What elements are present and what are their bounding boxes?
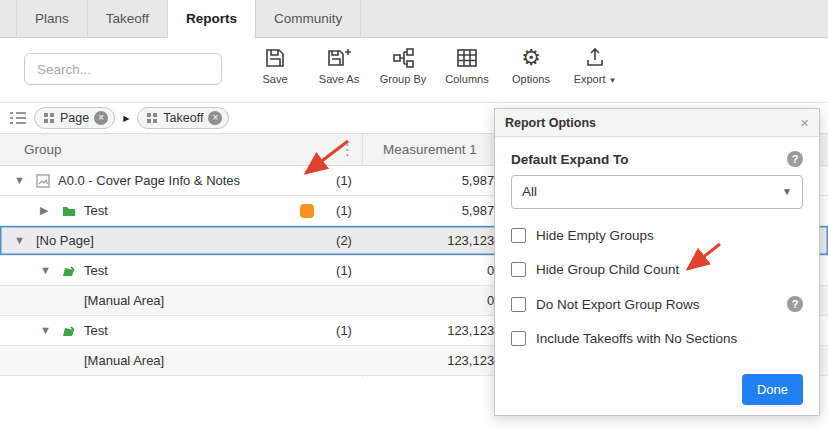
grid-icon: [43, 112, 55, 124]
breadcrumb-arrow-icon: ▶: [123, 114, 129, 123]
page-icon: [36, 174, 50, 188]
row-label: A0.0 - Cover Page Info & Notes: [58, 173, 240, 188]
export-caret-icon: ▼: [608, 76, 616, 85]
export-label: Export▼: [574, 73, 617, 85]
chevron-down-icon[interactable]: ▼: [40, 264, 51, 276]
row-label: Test: [84, 323, 108, 338]
group-chip-takeoff[interactable]: Takeoff ×: [137, 107, 229, 129]
row-label: [Manual Area]: [84, 293, 164, 308]
chevron-right-icon[interactable]: ▶: [40, 204, 48, 217]
search-input[interactable]: [24, 53, 222, 85]
takeoff-folder-icon: [62, 204, 76, 218]
panel-title: Report Options: [505, 116, 596, 130]
group-by-icon: [391, 45, 415, 71]
close-icon[interactable]: ×: [800, 114, 809, 131]
app-window: Plans Takeoff Reports Community Save Sav…: [0, 0, 828, 435]
options-label: Options: [512, 73, 550, 85]
row-child-count: (1): [322, 323, 366, 338]
gear-icon: ⚙: [521, 45, 541, 71]
checkbox-label: Hide Empty Groups: [536, 228, 654, 243]
row-child-count: (1): [322, 173, 366, 188]
help-icon[interactable]: ?: [787, 151, 803, 167]
takeoff-area-icon: [62, 264, 76, 278]
checkbox-label: Hide Group Child Count: [536, 262, 679, 277]
row-label: Test: [84, 203, 108, 218]
checkbox-label: Do Not Export Group Rows: [536, 297, 700, 312]
tab-takeoff[interactable]: Takeoff: [88, 0, 168, 38]
tab-plans[interactable]: Plans: [16, 0, 88, 38]
save-button[interactable]: Save: [250, 45, 300, 97]
export-icon: [583, 45, 607, 71]
row-measurement-value: 0.0: [383, 293, 505, 308]
remove-chip-icon[interactable]: ×: [208, 111, 222, 125]
hide-group-child-count-checkbox[interactable]: [511, 262, 526, 277]
row-measurement-value: 123,123.0: [383, 353, 505, 368]
main-tab-bar: Plans Takeoff Reports Community: [0, 0, 828, 38]
row-measurement-value: 5,987.5: [383, 173, 505, 188]
default-expand-select[interactable]: All ▼: [511, 175, 803, 209]
group-chip-page[interactable]: Page ×: [34, 107, 115, 129]
tab-reports[interactable]: Reports: [168, 0, 256, 39]
include-takeoffs-checkbox[interactable]: [511, 331, 526, 346]
options-button[interactable]: ⚙ Options: [506, 45, 556, 97]
chip-label: Page: [60, 111, 89, 125]
chevron-down-icon[interactable]: ▼: [40, 324, 51, 336]
hide-empty-groups-checkbox[interactable]: [511, 228, 526, 243]
grid-icon: [146, 112, 158, 124]
outline-list-icon[interactable]: [8, 110, 28, 126]
row-label: Test: [84, 263, 108, 278]
save-icon: [263, 45, 287, 71]
row-measurement-value: 123,123.0: [383, 323, 505, 338]
row-child-count: (1): [322, 203, 366, 218]
takeoff-area-icon: [62, 324, 76, 338]
column-menu-icon[interactable]: ⋮: [340, 141, 355, 159]
export-button[interactable]: Export▼: [570, 45, 620, 97]
report-options-panel: Report Options × Default Expand To ? All…: [494, 108, 820, 416]
row-measurement-value: 123,123.0: [383, 233, 505, 248]
do-not-export-group-rows-checkbox[interactable]: [511, 297, 526, 312]
row-child-count: (1): [322, 263, 366, 278]
chevron-down-icon[interactable]: ▼: [14, 174, 25, 186]
select-value: All: [522, 184, 537, 199]
done-button[interactable]: Done: [742, 374, 803, 405]
save-as-label: Save As: [319, 73, 359, 85]
column-header-measurement: Measurement 1: [383, 142, 477, 157]
columns-label: Columns: [445, 73, 488, 85]
columns-icon: [455, 45, 479, 71]
save-as-icon: [326, 45, 352, 71]
row-child-count: (2): [322, 233, 366, 248]
chevron-down-icon: ▼: [782, 176, 792, 208]
row-label: [No Page]: [36, 233, 94, 248]
chip-label: Takeoff: [163, 111, 203, 125]
chevron-down-icon[interactable]: ▼: [14, 234, 25, 246]
columns-button[interactable]: Columns: [442, 45, 492, 97]
tab-community[interactable]: Community: [256, 0, 361, 38]
group-by-button[interactable]: Group By: [378, 45, 428, 97]
column-header-group: Group: [24, 142, 62, 157]
save-label: Save: [262, 73, 287, 85]
default-expand-to-label: Default Expand To: [511, 152, 629, 167]
checkbox-label: Include Takeoffs with No Sections: [536, 331, 737, 346]
panel-header: Report Options ×: [495, 109, 819, 137]
color-badge: [300, 204, 314, 218]
remove-chip-icon[interactable]: ×: [94, 111, 108, 125]
save-as-button[interactable]: Save As: [314, 45, 364, 97]
row-measurement-value: 0.0: [383, 263, 505, 278]
row-label: [Manual Area]: [84, 353, 164, 368]
help-icon[interactable]: ?: [787, 296, 803, 312]
group-by-label: Group By: [380, 73, 426, 85]
toolbar: Save Save As Group By Columns: [0, 39, 828, 102]
row-measurement-value: 5,987.5: [383, 203, 505, 218]
